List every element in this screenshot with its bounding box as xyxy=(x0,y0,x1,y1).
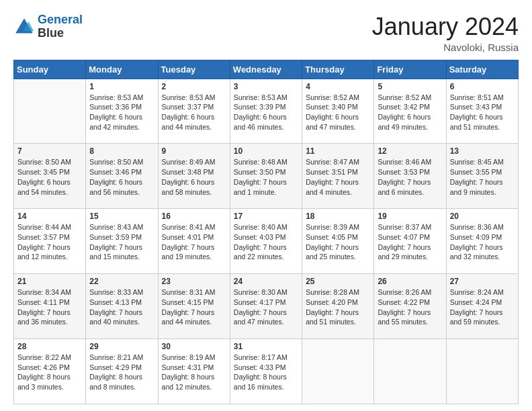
day-number: 27 xyxy=(450,277,515,286)
sub-title: Navoloki, Russia xyxy=(372,42,519,53)
calendar-cell: 24Sunrise: 8:30 AMSunset: 4:17 PMDayligh… xyxy=(230,274,302,339)
day-info: Sunrise: 8:28 AMSunset: 4:20 PMDaylight:… xyxy=(306,287,370,327)
day-number: 31 xyxy=(234,342,298,351)
col-header-wednesday: Wednesday xyxy=(230,60,302,79)
day-info: Sunrise: 8:22 AMSunset: 4:26 PMDaylight:… xyxy=(17,353,82,392)
day-info: Sunrise: 8:41 AMSunset: 4:01 PMDaylight:… xyxy=(162,222,226,262)
day-number: 22 xyxy=(89,277,154,286)
calendar-cell: 25Sunrise: 8:28 AMSunset: 4:20 PMDayligh… xyxy=(302,274,374,339)
calendar-cell: 18Sunrise: 8:39 AMSunset: 4:05 PMDayligh… xyxy=(302,209,374,274)
calendar-cell: 12Sunrise: 8:46 AMSunset: 3:53 PMDayligh… xyxy=(374,144,446,209)
day-info: Sunrise: 8:50 AMSunset: 3:45 PMDaylight:… xyxy=(17,157,82,197)
calendar-cell: 20Sunrise: 8:36 AMSunset: 4:09 PMDayligh… xyxy=(446,209,518,274)
calendar-cell: 3Sunrise: 8:53 AMSunset: 3:39 PMDaylight… xyxy=(230,79,302,144)
day-number: 11 xyxy=(306,146,370,156)
calendar-cell: 1Sunrise: 8:53 AMSunset: 3:36 PMDaylight… xyxy=(86,79,158,144)
day-number: 18 xyxy=(306,212,370,221)
calendar-cell xyxy=(374,339,446,404)
day-info: Sunrise: 8:24 AMSunset: 4:24 PMDaylight:… xyxy=(450,287,515,327)
week-row-1: 1Sunrise: 8:53 AMSunset: 3:36 PMDaylight… xyxy=(14,79,519,144)
day-number: 8 xyxy=(89,146,154,156)
day-number: 1 xyxy=(89,82,154,91)
day-number: 23 xyxy=(162,277,226,286)
day-number: 19 xyxy=(378,212,442,221)
day-number: 26 xyxy=(378,277,442,286)
day-info: Sunrise: 8:53 AMSunset: 3:37 PMDaylight:… xyxy=(162,93,226,132)
calendar-cell: 5Sunrise: 8:52 AMSunset: 3:42 PMDaylight… xyxy=(374,79,446,144)
col-header-saturday: Saturday xyxy=(446,60,518,79)
logo-icon xyxy=(13,16,35,38)
calendar-cell: 8Sunrise: 8:50 AMSunset: 3:46 PMDaylight… xyxy=(86,144,158,209)
week-row-5: 28Sunrise: 8:22 AMSunset: 4:26 PMDayligh… xyxy=(14,339,519,404)
calendar-cell: 22Sunrise: 8:33 AMSunset: 4:13 PMDayligh… xyxy=(86,274,158,339)
day-info: Sunrise: 8:50 AMSunset: 3:46 PMDaylight:… xyxy=(89,157,154,197)
col-header-tuesday: Tuesday xyxy=(158,60,230,79)
day-info: Sunrise: 8:52 AMSunset: 3:40 PMDaylight:… xyxy=(306,93,370,132)
calendar-cell: 9Sunrise: 8:49 AMSunset: 3:48 PMDaylight… xyxy=(158,144,230,209)
calendar-cell xyxy=(14,79,86,144)
day-number: 9 xyxy=(162,146,226,156)
col-header-monday: Monday xyxy=(86,60,158,79)
calendar-cell: 29Sunrise: 8:21 AMSunset: 4:29 PMDayligh… xyxy=(86,339,158,404)
day-number: 6 xyxy=(450,82,515,91)
day-number: 20 xyxy=(450,212,515,221)
day-number: 12 xyxy=(378,146,442,156)
day-info: Sunrise: 8:26 AMSunset: 4:22 PMDaylight:… xyxy=(378,287,442,327)
calendar-cell: 31Sunrise: 8:17 AMSunset: 4:33 PMDayligh… xyxy=(230,339,302,404)
calendar-cell: 26Sunrise: 8:26 AMSunset: 4:22 PMDayligh… xyxy=(374,274,446,339)
day-info: Sunrise: 8:17 AMSunset: 4:33 PMDaylight:… xyxy=(234,353,298,392)
header: General Blue January 2024 Navoloki, Russ… xyxy=(13,13,519,53)
calendar-cell: 2Sunrise: 8:53 AMSunset: 3:37 PMDaylight… xyxy=(158,79,230,144)
calendar-cell: 28Sunrise: 8:22 AMSunset: 4:26 PMDayligh… xyxy=(14,339,86,404)
day-number: 28 xyxy=(17,342,82,351)
calendar-cell: 4Sunrise: 8:52 AMSunset: 3:40 PMDaylight… xyxy=(302,79,374,144)
calendar-cell: 19Sunrise: 8:37 AMSunset: 4:07 PMDayligh… xyxy=(374,209,446,274)
calendar-table: SundayMondayTuesdayWednesdayThursdayFrid… xyxy=(13,60,519,404)
calendar-cell: 7Sunrise: 8:50 AMSunset: 3:45 PMDaylight… xyxy=(14,144,86,209)
day-info: Sunrise: 8:53 AMSunset: 3:36 PMDaylight:… xyxy=(89,93,154,132)
day-number: 25 xyxy=(306,277,370,286)
day-info: Sunrise: 8:33 AMSunset: 4:13 PMDaylight:… xyxy=(89,287,154,327)
day-number: 29 xyxy=(89,342,154,351)
day-info: Sunrise: 8:19 AMSunset: 4:31 PMDaylight:… xyxy=(162,353,226,392)
main-title: January 2024 xyxy=(372,13,519,40)
day-info: Sunrise: 8:31 AMSunset: 4:15 PMDaylight:… xyxy=(162,287,226,327)
title-block: January 2024 Navoloki, Russia xyxy=(372,13,519,53)
calendar-cell: 14Sunrise: 8:44 AMSunset: 3:57 PMDayligh… xyxy=(14,209,86,274)
day-info: Sunrise: 8:44 AMSunset: 3:57 PMDaylight:… xyxy=(17,222,82,262)
week-row-4: 21Sunrise: 8:34 AMSunset: 4:11 PMDayligh… xyxy=(14,274,519,339)
day-number: 21 xyxy=(17,277,82,286)
day-info: Sunrise: 8:39 AMSunset: 4:05 PMDaylight:… xyxy=(306,222,370,262)
day-number: 15 xyxy=(89,212,154,221)
logo: General Blue xyxy=(13,13,83,40)
col-header-sunday: Sunday xyxy=(14,60,86,79)
day-info: Sunrise: 8:43 AMSunset: 3:59 PMDaylight:… xyxy=(89,222,154,262)
day-number: 13 xyxy=(450,146,515,156)
day-number: 7 xyxy=(17,146,82,156)
calendar-cell: 23Sunrise: 8:31 AMSunset: 4:15 PMDayligh… xyxy=(158,274,230,339)
header-row: SundayMondayTuesdayWednesdayThursdayFrid… xyxy=(14,60,519,79)
calendar-cell: 13Sunrise: 8:45 AMSunset: 3:55 PMDayligh… xyxy=(446,144,518,209)
day-info: Sunrise: 8:51 AMSunset: 3:43 PMDaylight:… xyxy=(450,93,515,132)
day-info: Sunrise: 8:34 AMSunset: 4:11 PMDaylight:… xyxy=(17,287,82,327)
day-number: 14 xyxy=(17,212,82,221)
day-info: Sunrise: 8:40 AMSunset: 4:03 PMDaylight:… xyxy=(234,222,298,262)
day-number: 2 xyxy=(162,82,226,91)
day-number: 24 xyxy=(234,277,298,286)
day-number: 10 xyxy=(234,146,298,156)
day-number: 4 xyxy=(306,82,370,91)
day-info: Sunrise: 8:46 AMSunset: 3:53 PMDaylight:… xyxy=(378,157,442,197)
day-info: Sunrise: 8:47 AMSunset: 3:51 PMDaylight:… xyxy=(306,157,370,197)
week-row-2: 7Sunrise: 8:50 AMSunset: 3:45 PMDaylight… xyxy=(14,144,519,209)
day-number: 3 xyxy=(234,82,298,91)
day-number: 17 xyxy=(234,212,298,221)
day-info: Sunrise: 8:45 AMSunset: 3:55 PMDaylight:… xyxy=(450,157,515,197)
calendar-cell xyxy=(302,339,374,404)
calendar-cell: 10Sunrise: 8:48 AMSunset: 3:50 PMDayligh… xyxy=(230,144,302,209)
day-info: Sunrise: 8:53 AMSunset: 3:39 PMDaylight:… xyxy=(234,93,298,132)
week-row-3: 14Sunrise: 8:44 AMSunset: 3:57 PMDayligh… xyxy=(14,209,519,274)
calendar-cell: 21Sunrise: 8:34 AMSunset: 4:11 PMDayligh… xyxy=(14,274,86,339)
page: General Blue January 2024 Navoloki, Russ… xyxy=(0,0,532,411)
day-info: Sunrise: 8:30 AMSunset: 4:17 PMDaylight:… xyxy=(234,287,298,327)
day-info: Sunrise: 8:48 AMSunset: 3:50 PMDaylight:… xyxy=(234,157,298,197)
